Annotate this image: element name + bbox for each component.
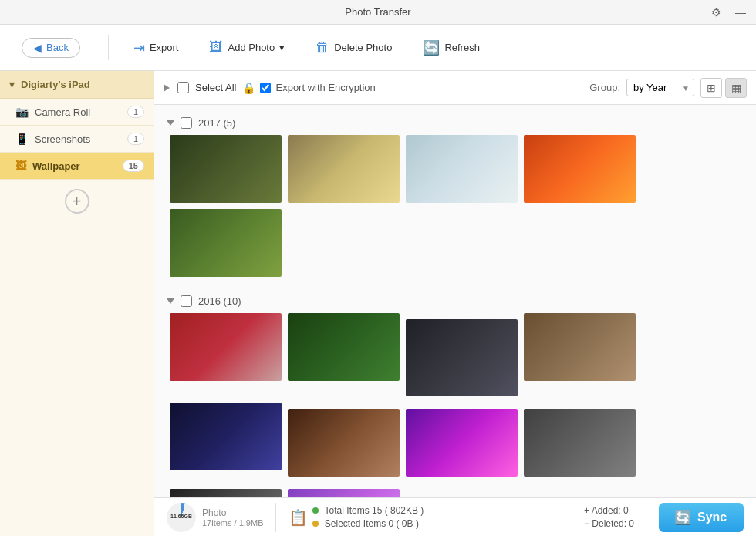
photo-room[interactable] [524,313,636,381]
added-label: Added: 0 [592,505,629,516]
refresh-label: Refresh [444,42,480,53]
storage-gb: 11.66GB [170,514,192,519]
selected-items-dot [312,521,319,527]
total-items-label: Total Items 15 ( 802KB ) [325,505,424,516]
sidebar-item-camera-roll[interactable]: 📷 Camera Roll 1 [0,99,154,126]
minus-icon: − [584,518,589,529]
delete-photo-icon: 🗑 [316,39,329,56]
sidebar-item-wallpaper[interactable]: 🖼 Wallpaper 15 [0,153,154,180]
storage-circle: 11.66GB [167,503,196,532]
sidebar: ▾ Digiarty's iPad 📷 Camera Roll 1 📱 Scre… [0,71,154,536]
view-large-grid-button[interactable]: ⊞ [700,78,722,98]
collapse-2016-icon [167,298,174,304]
status-right: + Added: 0 − Deleted: 0 [584,505,634,529]
back-icon: ◀ [33,42,42,54]
window-controls: ⚙ — [707,3,750,22]
photo-galaxy[interactable] [170,403,282,470]
storage-info: 11.66GB Photo 17items / 1.9MB [167,503,276,532]
export-label: Export [150,42,179,53]
status-info-icon: 📋 [289,508,308,527]
camera-roll-label: Camera Roll [35,106,121,118]
delete-photo-button[interactable]: 🗑 Delete Photo [309,36,398,59]
export-button[interactable]: ⇥ Export [127,36,185,59]
add-album-button[interactable]: + [65,189,89,214]
select-all-label[interactable]: Select All [195,82,236,93]
select-all-checkbox[interactable] [177,82,189,93]
selected-items-label: Selected Items 0 ( 0B ) [325,518,419,529]
title-bar: Photo Transfer ⚙ — [0,0,756,25]
photo-watercolor[interactable] [288,489,400,497]
year-section-2016: 2016 (10) [167,289,744,497]
sidebar-device-label: Digiarty's iPad [21,79,90,90]
photo-grid-2017 [167,135,744,277]
back-label: Back [46,42,69,53]
photo-cat[interactable] [406,135,518,203]
group-select-wrap: by Year by Month by Day [626,79,694,96]
sync-button[interactable]: 🔄 Sync [659,503,744,532]
total-items-row: Total Items 15 ( 802KB ) [312,505,424,516]
photo-door[interactable] [524,409,636,477]
storage-text: Photo 17items / 1.9MB [202,507,263,528]
screenshots-count: 1 [127,133,144,145]
toolbar: ◀ Back ⇥ Export 🖼 Add Photo ▾ 🗑 Delete P… [0,25,756,71]
photo-trees[interactable] [406,409,518,477]
add-photo-button[interactable]: 🖼 Add Photo ▾ [203,36,291,59]
sub-toolbar: Select All 🔒 Export with Encryption Grou… [154,71,756,105]
group-select[interactable]: by Year by Month by Day [626,79,694,96]
photo-tunnel[interactable] [288,313,400,381]
encrypt-checkbox[interactable] [260,83,271,93]
storage-items: 17items / 1.9MB [202,518,263,528]
view-small-grid-button[interactable]: ▦ [725,78,747,98]
year-section-2017: 2017 (5) [167,111,744,277]
sync-label: Sync [697,511,727,524]
photo-river[interactable] [288,409,400,477]
add-photo-dropdown-icon: ▾ [279,42,285,53]
year-label-2016: 2016 (10) [198,295,241,307]
selected-items-row: Selected Items 0 ( 0B ) [312,518,424,529]
photo-grid-2016 [167,313,744,497]
photo-sunset[interactable] [524,135,636,203]
year-checkbox-2016[interactable] [181,295,192,307]
status-bar: 11.66GB Photo 17items / 1.9MB 📋 Total It… [154,497,756,536]
wallpaper-count: 15 [123,160,144,172]
wallpaper-icon: 🖼 [15,160,26,172]
sub-toolbar-left: Select All 🔒 Export with Encryption [164,82,577,94]
sidebar-device: ▾ Digiarty's iPad [0,71,154,99]
camera-roll-icon: 📷 [15,106,29,118]
view-toggle: ⊞ ▦ [700,78,747,98]
deleted-row: − Deleted: 0 [584,518,634,529]
expand-icon [164,84,170,92]
main-layout: ▾ Digiarty's iPad 📷 Camera Roll 1 📱 Scre… [0,71,756,536]
screenshots-label: Screenshots [35,133,121,145]
collapse-2017-icon [167,120,174,126]
photo-bw-city[interactable] [170,489,282,497]
year-header-2016[interactable]: 2016 (10) [167,289,744,313]
total-items-dot [312,507,319,514]
year-checkbox-2017[interactable] [181,117,192,129]
photo-car[interactable] [170,313,282,381]
storage-inner: 11.66GB [170,514,192,520]
photo-squirrel2[interactable] [170,209,282,277]
toolbar-separator-1 [108,35,109,60]
sidebar-item-screenshots[interactable]: 📱 Screenshots 1 [0,126,154,153]
add-photo-icon: 🖼 [209,39,223,56]
photo-street[interactable] [406,319,518,396]
add-photo-label: Add Photo [228,42,275,53]
content-area: ◀ Back ⇥ Export 🖼 Add Photo ▾ 🗑 Delete P… [0,25,756,536]
status-info-section: 📋 Total Items 15 ( 802KB ) Selected Item… [289,505,424,529]
photo-squirrel[interactable] [170,135,282,203]
refresh-button[interactable]: 🔄 Refresh [417,36,486,59]
gallery-scroll[interactable]: 2017 (5) 2016 (10) [154,105,756,497]
year-header-2017[interactable]: 2017 (5) [167,111,744,135]
deleted-label: Deleted: 0 [592,518,634,529]
minimize-button[interactable]: — [731,3,750,22]
export-icon: ⇥ [133,39,145,56]
settings-button[interactable]: ⚙ [707,3,725,22]
sub-toolbar-right: Group: by Year by Month by Day ⊞ ▦ [589,78,747,98]
screenshots-icon: 📱 [15,133,29,145]
encrypt-label[interactable]: Export with Encryption [275,82,375,93]
photo-zebra[interactable] [288,135,400,203]
refresh-icon: 🔄 [423,39,440,56]
back-button[interactable]: ◀ Back [22,38,80,58]
year-label-2017: 2017 (5) [198,117,235,129]
